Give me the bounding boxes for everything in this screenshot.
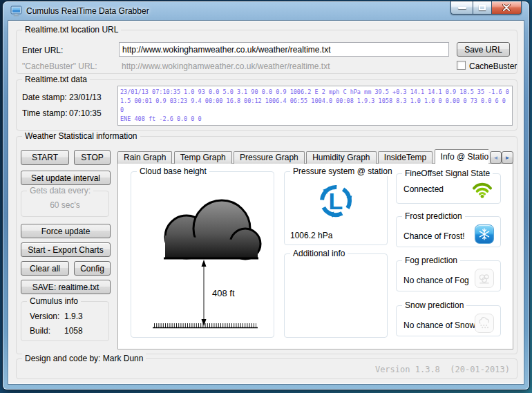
data-groupbox-legend: Realtime.txt data <box>22 75 90 84</box>
frost-legend: Frost prediction <box>402 211 465 221</box>
cloud-base-diagram: 408 ft <box>135 182 270 335</box>
frost-groupbox: Frost prediction Chance of Frost! <box>396 216 501 247</box>
time-stamp-label: Time stamp: <box>22 108 68 118</box>
version-value: 1.9.3 <box>64 311 83 321</box>
ground-icon <box>153 325 258 328</box>
cumulus-info-legend: Cumulus info <box>27 296 81 306</box>
signal-legend: FineOffset Signal State <box>402 169 493 178</box>
close-icon <box>502 4 511 11</box>
wifi-icon <box>472 179 493 198</box>
low-pressure-icon: L <box>316 180 357 223</box>
snowflake-icon <box>475 224 494 244</box>
fog-groupbox: Fog prediction No chance of Fog <box>396 260 501 291</box>
scroll-right-icon: ► <box>505 155 511 161</box>
cachebuster-url-value: http://www.wokinghamweather.co.uk/weathe… <box>122 61 330 71</box>
tab-rain-graph[interactable]: Rain Graph <box>117 151 172 164</box>
stats-groupbox-legend: Weather Statistical information <box>22 131 140 141</box>
frost-status: Chance of Frost! <box>403 231 465 241</box>
clear-all-button[interactable]: Clear all <box>21 261 69 276</box>
window-title: Cumulus RealTime Data Grabber <box>26 6 149 16</box>
fog-legend: Fog prediction <box>402 256 460 265</box>
version-label: Version: <box>30 311 59 321</box>
cumulus-info-groupbox: Cumulus info Version: 1.9.3 Build: 1058 <box>21 301 109 341</box>
interval-value: 60 sec's <box>21 200 108 210</box>
pressure-symbol: L <box>329 188 343 214</box>
tab-scroll-right-button[interactable]: ► <box>502 151 513 164</box>
title-bar[interactable]: Cumulus RealTime Data Grabber <box>3 1 529 21</box>
raw-data-textbox[interactable]: 23/01/13 07:10:35 1.0 93 0.0 5.0 3.1 90 … <box>117 86 513 126</box>
interval-groupbox-legend: Gets data every: <box>27 186 93 195</box>
tab-strip: Rain Graph Temp Graph Pressure Graph Hum… <box>117 149 488 164</box>
cachebuster-checkbox-label: CacheBuster <box>469 61 517 71</box>
tab-temp-graph[interactable]: Temp Graph <box>174 151 232 164</box>
url-groupbox: Realtime.txt location URL Enter URL: Sav… <box>16 30 517 74</box>
signal-status: Connected <box>403 184 444 194</box>
signal-groupbox: FineOffset Signal State Connected <box>396 173 501 204</box>
save-url-button[interactable]: Save URL <box>457 42 510 57</box>
fog-icon <box>475 269 494 288</box>
stats-groupbox: Weather Statistical information START ST… <box>16 136 517 354</box>
cloud-height-label: 408 ft <box>212 288 235 298</box>
start-button[interactable]: START <box>21 150 69 165</box>
height-arrow-icon <box>202 260 207 326</box>
pressure-groupbox: Pressure system @ station L 1006.2 hPa <box>284 171 388 245</box>
tab-scroll-left-button[interactable]: ◄ <box>490 151 502 164</box>
client-area: Realtime.txt location URL Enter URL: Sav… <box>8 21 524 384</box>
cloud-icon <box>164 200 260 259</box>
close-button[interactable] <box>492 1 522 15</box>
snow-groupbox: Snow prediction No chance of Snow. <box>396 305 501 336</box>
date-stamp-value: 23/01/13 <box>69 93 102 102</box>
tab-info-at-station[interactable]: Info @ Station <box>435 149 488 164</box>
config-button[interactable]: Config <box>74 261 111 276</box>
monitor-icon <box>10 6 22 19</box>
additional-info-groupbox: Additional info <box>284 253 388 338</box>
export-charts-button[interactable]: Start - Export Charts <box>21 242 111 257</box>
app-version-text: Version 1.3.8 (20-01-2013) <box>375 365 510 374</box>
date-stamp-label: Date stamp: <box>22 93 67 102</box>
set-update-interval-button[interactable]: Set update interval <box>21 171 111 185</box>
additional-info-legend: Additional info <box>290 249 348 258</box>
footer-groupbox: Design and code by: Mark Dunn Version 1.… <box>16 358 517 379</box>
force-update-button[interactable]: Force update <box>21 224 111 238</box>
scroll-left-icon: ◄ <box>493 155 499 161</box>
url-groupbox-legend: Realtime.txt location URL <box>22 25 121 35</box>
pressure-value: 1006.2 hPa <box>290 231 332 240</box>
tab-control: Rain Graph Temp Graph Pressure Graph Hum… <box>117 149 513 349</box>
maximize-icon <box>479 5 486 10</box>
minimize-icon <box>458 7 466 9</box>
fog-status: No chance of Fog <box>403 276 469 285</box>
url-input[interactable] <box>119 42 449 57</box>
tab-scroll-buttons: ◄ ► <box>490 151 513 164</box>
build-label: Build: <box>30 326 50 336</box>
snow-status: No chance of Snow. <box>403 320 477 330</box>
cloud-base-legend: Cloud base height <box>137 166 209 176</box>
save-realtime-button[interactable]: SAVE: realtime.txt <box>21 280 111 294</box>
footer-legend: Design and code by: Mark Dunn <box>22 354 146 363</box>
minimize-button[interactable] <box>450 1 473 15</box>
cloud-base-groupbox: Cloud base height <box>131 171 274 338</box>
stop-button[interactable]: STOP <box>74 150 111 165</box>
time-stamp-value: 07:10:35 <box>69 108 102 118</box>
pressure-legend: Pressure system @ station <box>290 166 395 176</box>
caption-buttons <box>450 1 522 15</box>
tab-inside-temp[interactable]: InsideTemp <box>378 151 433 164</box>
app-window: Cumulus RealTime Data Grabber Realtime.t… <box>3 1 529 390</box>
maximize-button[interactable] <box>473 1 492 15</box>
enter-url-label: Enter URL: <box>22 46 63 55</box>
cachebuster-url-label: "CacheBuster" URL: <box>22 61 97 71</box>
tab-pressure-graph[interactable]: Pressure Graph <box>234 151 305 164</box>
info-at-station-pane: Cloud base height <box>117 163 513 349</box>
build-value: 1058 <box>64 326 83 336</box>
data-groupbox: Realtime.txt data Date stamp: 23/01/13 T… <box>16 79 517 131</box>
tab-humidity-graph[interactable]: Humidity Graph <box>306 151 376 164</box>
snow-cloud-icon <box>475 314 494 333</box>
snow-legend: Snow prediction <box>402 300 466 310</box>
cachebuster-checkbox[interactable] <box>457 61 466 70</box>
interval-groupbox: Gets data every: 60 sec's <box>21 191 109 217</box>
